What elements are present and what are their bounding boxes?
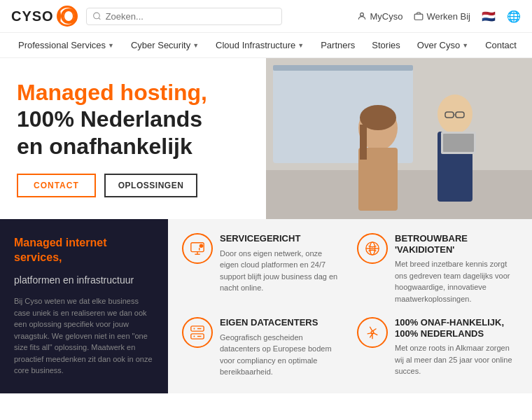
hero-title: Managed hosting, 100% Nederlands en onaf… (17, 79, 249, 160)
svg-point-0 (93, 13, 99, 19)
windmill-icon (365, 325, 380, 340)
chevron-down-icon: ▼ (192, 42, 199, 49)
nav-cloud-infrastructure[interactable]: Cloud Infrastructure ▼ (209, 33, 311, 57)
hero-title-line2: 100% Nederlands (17, 106, 202, 132)
feature-icon-globe (357, 233, 388, 264)
feature-servicegericht: SERVICEGERICHT Door ons eigen netwerk, o… (182, 233, 343, 306)
oplossingen-button[interactable]: OPLOSSINGEN (104, 174, 198, 197)
svg-rect-11 (360, 125, 367, 160)
svg-line-37 (368, 333, 372, 334)
svg-rect-6 (273, 65, 413, 71)
svg-point-29 (194, 328, 195, 330)
chevron-down-icon: ▼ (462, 42, 468, 49)
hero-illustration (266, 58, 532, 219)
feature-title-1: SERVICEGERICHT (220, 233, 343, 244)
monitor-icon (190, 241, 205, 256)
feature-content-3: EIGEN DATACENTERS Geografisch gescheiden… (220, 317, 343, 378)
main-nav: Professional Services ▼ Cyber Security ▼… (0, 33, 532, 58)
logo[interactable]: CYSO (11, 6, 78, 27)
hero-title-line3: en onafhankelijk (17, 134, 192, 159)
feature-onafhankelijk: 100% ONAF-HANKELIJK, 100% NEDERLANDS Met… (357, 317, 518, 379)
bottom-left-panel: Managed internet services, platformen en… (0, 219, 168, 393)
feature-desc-1: Door ons eigen netwerk, onze eigen cloud… (220, 248, 343, 294)
header: CYSO MyCyso Werken Bij 🇳🇱 🌐 (0, 0, 532, 33)
feature-datacenters: EIGEN DATACENTERS Geografisch gescheiden… (182, 317, 343, 379)
globe-icon (365, 241, 380, 256)
feature-icon-server (182, 317, 213, 348)
nav-professional-services[interactable]: Professional Services ▼ (11, 33, 121, 57)
feature-desc-4: Met onze roots in Alkmaar zorgen wij al … (395, 342, 518, 377)
nav-cyber-security[interactable]: Cyber Security ▼ (124, 33, 206, 57)
search-bar[interactable] (86, 8, 282, 25)
hero-buttons: CONTACT OPLOSSINGEN (17, 174, 249, 197)
search-input[interactable] (106, 11, 276, 22)
svg-rect-18 (443, 134, 474, 152)
feature-content-4: 100% ONAF-HANKELIJK, 100% NEDERLANDS Met… (395, 317, 518, 377)
feature-icon-monitor (182, 233, 213, 264)
feature-title-2: BETROUWBARE 'VAKIDIOTEN' (395, 233, 518, 255)
svg-line-1 (99, 18, 100, 20)
svg-line-35 (370, 327, 372, 331)
hero-text: Managed hosting, 100% Nederlands en onaf… (0, 58, 266, 219)
language-toggle[interactable]: 🌐 (507, 10, 521, 23)
logo-text: CYSO (11, 8, 54, 24)
flag-nl-icon: 🇳🇱 (482, 10, 496, 23)
feature-icon-windmill (357, 317, 388, 348)
feature-desc-3: Geografisch gescheiden datacenters op Eu… (220, 332, 343, 378)
svg-point-30 (194, 336, 195, 337)
feature-desc-2: Met breed inzetbare kennis zorgt ons ged… (395, 258, 518, 304)
svg-point-2 (360, 13, 364, 16)
my-cyso-link[interactable]: MyCyso (357, 11, 402, 22)
user-icon (357, 11, 367, 21)
svg-line-36 (372, 329, 377, 332)
feature-title-4: 100% ONAF-HANKELIJK, 100% NEDERLANDS (395, 317, 518, 339)
contact-button[interactable]: CONTACT (17, 174, 96, 197)
svg-point-12 (438, 94, 472, 134)
bottom-title-highlight: Managed internet services, (14, 237, 106, 263)
svg-line-38 (374, 333, 378, 335)
server-icon (190, 325, 205, 340)
feature-betrouwbare: BETROUWBARE 'VAKIDIOTEN' Met breed inzet… (357, 233, 518, 306)
svg-rect-7 (266, 170, 532, 219)
chevron-down-icon: ▼ (108, 42, 114, 49)
header-right: MyCyso Werken Bij 🇳🇱 🌐 (357, 10, 521, 23)
bottom-left-subtitle: platformen en infrastructuur (14, 274, 154, 288)
feature-content-2: BETROUWBARE 'VAKIDIOTEN' Met breed inzet… (395, 233, 518, 304)
hero-section: Managed hosting, 100% Nederlands en onaf… (0, 58, 532, 219)
werken-bij-link[interactable]: Werken Bij (414, 11, 470, 22)
chevron-down-icon: ▼ (298, 42, 304, 49)
bottom-left-description: Bij Cyso weten we dat elke business case… (14, 295, 154, 377)
nav-stories[interactable]: Stories (365, 33, 407, 57)
briefcase-icon (414, 11, 424, 21)
svg-rect-3 (415, 14, 424, 20)
bottom-left-title: Managed internet services, (14, 236, 154, 265)
hero-image (266, 58, 532, 219)
nav-contact[interactable]: Contact (478, 33, 524, 57)
features-grid: SERVICEGERICHT Door ons eigen netwerk, o… (168, 219, 532, 393)
nav-partners[interactable]: Partners (314, 33, 362, 57)
nav-over-cyso[interactable]: Over Cyso ▼ (410, 33, 475, 57)
feature-title-3: EIGEN DATACENTERS (220, 317, 343, 328)
search-icon (92, 11, 102, 21)
feature-content-1: SERVICEGERICHT Door ons eigen netwerk, o… (220, 233, 343, 294)
svg-point-22 (200, 244, 204, 248)
logo-icon (57, 6, 78, 27)
hero-title-highlight: Managed hosting, (17, 80, 207, 105)
bottom-section: Managed internet services, platformen en… (0, 219, 532, 393)
